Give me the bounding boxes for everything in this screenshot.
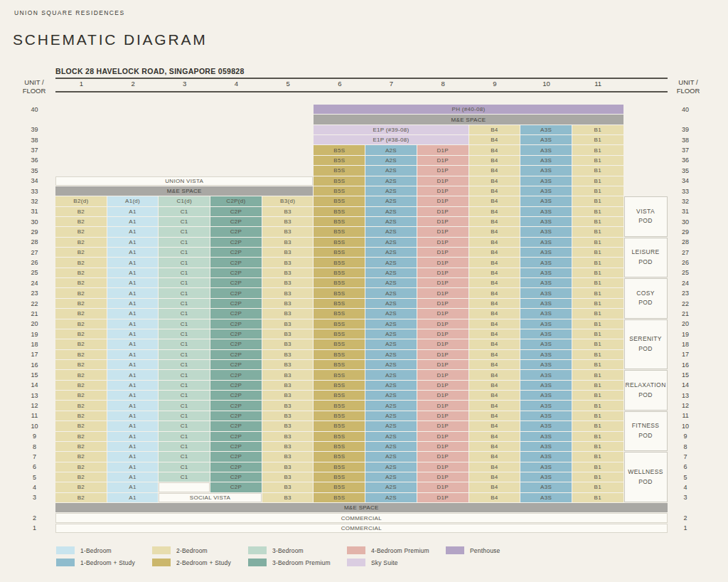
floor-number-right: 38 <box>668 135 703 144</box>
legend-swatch <box>56 546 75 554</box>
unit-cell: C1 <box>159 248 210 257</box>
unit-cell: B2(d) <box>55 196 107 206</box>
unit-cell: B3 <box>262 227 314 236</box>
unit-column-number: 5 <box>262 80 314 88</box>
unit-column-number: 4 <box>210 80 262 88</box>
unit-cell: A1 <box>107 493 159 502</box>
legend-label: 3-Bedroom <box>272 547 304 554</box>
unit-cell: A2S <box>365 339 417 349</box>
unit-cell: B1 <box>572 360 623 369</box>
unit-cell: B2 <box>55 299 107 308</box>
unit-cell: M&E SPACE <box>55 186 313 196</box>
floor-number-left: 32 <box>14 196 55 206</box>
unit-cell: E1P (#39-08) <box>314 125 468 134</box>
unit-cell: E1P (#38-08) <box>314 135 468 144</box>
unit-cell: D1P <box>417 452 469 461</box>
unit-cell: B3 <box>262 350 314 359</box>
floor-number-right: 34 <box>668 176 703 186</box>
unit-cell: C1 <box>159 268 210 277</box>
unit-cell: B3 <box>262 339 314 349</box>
legend-item: 1-Bedroom + Study <box>56 559 152 566</box>
pod-label-line: LEISURE <box>631 248 659 258</box>
unit-cell: A2S <box>365 238 417 247</box>
unit-cell: B2 <box>55 411 107 420</box>
unit-cell: B2 <box>55 381 107 390</box>
pod-label-line: POD <box>638 344 653 354</box>
legend-item: Penthouse <box>446 546 500 554</box>
unit-cell: B1 <box>572 299 623 308</box>
unit-cell: B4 <box>469 421 520 430</box>
pod-label-line: WELLNESS <box>628 467 663 477</box>
header-rule-top <box>55 78 668 79</box>
floor-number-left: 22 <box>14 299 55 308</box>
unit-cell: B1 <box>572 309 623 318</box>
floor-number-right: 31 <box>668 207 703 216</box>
legend-label: 2-Bedroom + Study <box>176 559 231 566</box>
unit-cell: C2P <box>210 472 262 482</box>
unit-cell: C1 <box>159 217 210 226</box>
legend-swatch <box>248 546 267 554</box>
unit-cell: C2P <box>210 411 262 420</box>
unit-cell: D1P <box>417 462 469 472</box>
unit-cell: B3 <box>262 482 314 492</box>
floor-number-right: 19 <box>668 329 703 339</box>
legend-swatch <box>446 546 464 554</box>
unit-cell: B1 <box>572 411 623 420</box>
floor-number-left: 1 <box>14 524 55 533</box>
unit-cell: C1 <box>159 421 210 430</box>
unit-cell: A3S <box>520 452 572 461</box>
unit-cell: A3S <box>520 339 572 349</box>
unit-cell: C2P <box>210 238 262 247</box>
unit-cell: B2 <box>55 268 107 277</box>
unit-cell: D1P <box>417 391 469 400</box>
unit-cell: B5S <box>314 421 365 430</box>
unit-cell: C1 <box>159 442 210 451</box>
unit-cell: A1 <box>107 288 159 297</box>
unit-cell: A1 <box>107 482 159 492</box>
pod-label-line: POD <box>638 477 653 487</box>
floor-number-left: 20 <box>14 319 55 329</box>
floor-number-left: 11 <box>14 411 55 420</box>
unit-cell: C1 <box>159 391 210 400</box>
unit-cell: B4 <box>469 135 520 144</box>
unit-cell: B5S <box>314 411 365 420</box>
floor-number-left: 16 <box>14 360 55 369</box>
unit-cell: A2S <box>365 462 417 472</box>
unit-cell: C1 <box>159 370 210 379</box>
unit-cell: B3 <box>262 462 314 472</box>
unit-cell: B5S <box>314 350 365 359</box>
unit-cell: B2 <box>55 370 107 379</box>
floor-number-left: 31 <box>14 207 55 216</box>
unit-cell: B3 <box>262 217 314 226</box>
unit-cell: D1P <box>417 339 469 349</box>
unit-cell: B4 <box>469 329 520 339</box>
unit-cell: B4 <box>469 370 520 379</box>
unit-cell: C2P(d) <box>210 196 262 206</box>
floor-number-right: 35 <box>668 166 703 175</box>
axis-label-unit: UNIT / <box>671 78 705 87</box>
unit-cell: B3 <box>262 381 314 390</box>
unit-cell: A2S <box>365 217 417 226</box>
floor-number-left: 10 <box>14 421 55 430</box>
unit-cell: B4 <box>469 482 520 492</box>
floor-number-right: 18 <box>668 339 703 349</box>
unit-cell: COMMERCIAL <box>55 524 668 533</box>
unit-cell: A1 <box>107 381 159 390</box>
unit-cell: A3S <box>520 248 572 257</box>
unit-cell: D1P <box>417 299 469 308</box>
unit-cell: A2S <box>365 381 417 390</box>
unit-column-number: 9 <box>469 80 521 88</box>
unit-cell: A1 <box>107 238 159 247</box>
unit-cell: B1 <box>572 319 623 329</box>
legend-column: 3-Bedroom3-Bedroom Premium <box>248 546 347 571</box>
unit-cell: B4 <box>469 299 520 308</box>
unit-cell: B2 <box>55 339 107 349</box>
unit-cell: C1 <box>159 360 210 369</box>
unit-column-number: 2 <box>107 80 159 88</box>
unit-cell: B5S <box>314 309 365 318</box>
unit-cell: D1P <box>417 248 469 257</box>
unit-cell: B1 <box>572 166 623 175</box>
floor-number-right: 1 <box>668 524 703 533</box>
unit-cell: B5S <box>314 432 365 441</box>
floor-number-right: 21 <box>668 309 703 318</box>
